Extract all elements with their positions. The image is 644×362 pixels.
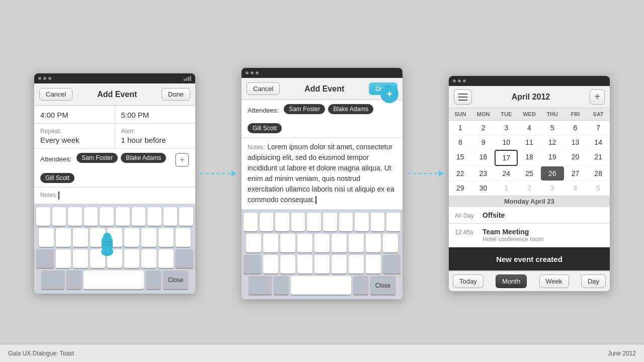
cal-cell-11[interactable]: 11 — [518, 135, 541, 149]
menu-button[interactable] — [454, 89, 472, 105]
event-offsite[interactable]: All Day Offsite — [449, 207, 610, 224]
key-w[interactable] — [52, 207, 66, 226]
cal-cell-27[interactable]: 27 — [564, 166, 587, 180]
key-2-u[interactable] — [339, 213, 353, 232]
key-j[interactable] — [141, 228, 156, 247]
key-h[interactable] — [124, 228, 139, 247]
day-button[interactable]: Day — [581, 275, 606, 288]
event-brainstorm[interactable]: 3:30p Brainstorm session Rout... New eve… — [449, 247, 610, 271]
key-2-shift[interactable] — [244, 255, 261, 274]
key-f[interactable] — [90, 228, 105, 247]
key-l[interactable] — [176, 228, 191, 247]
cal-cell-21[interactable]: 21 — [587, 150, 610, 166]
repeat-cell[interactable]: Repeat: Every week — [34, 124, 115, 148]
cal-cell-24[interactable]: 24 — [495, 166, 518, 180]
key-s[interactable] — [56, 228, 71, 247]
cal-cell-next-1[interactable]: 1 — [495, 181, 518, 195]
key-2-g[interactable] — [314, 234, 330, 253]
key-2-x[interactable] — [280, 255, 295, 274]
key-emoji[interactable] — [66, 270, 82, 290]
cancel-button-2[interactable]: Cancel — [247, 82, 280, 95]
cal-cell-next-5[interactable]: 5 — [587, 181, 610, 195]
cal-cell-13[interactable]: 13 — [564, 135, 587, 149]
attendee-tag-sam-2[interactable]: Sam Foster — [284, 104, 325, 114]
key-r[interactable] — [84, 207, 98, 226]
key-2-n[interactable] — [349, 255, 364, 274]
key-2-w[interactable] — [260, 213, 274, 232]
cal-cell-30[interactable]: 30 — [472, 181, 495, 195]
today-button[interactable]: Today — [453, 275, 484, 288]
key-u[interactable] — [132, 207, 146, 226]
cal-cell-22[interactable]: 22 — [449, 166, 472, 180]
cal-cell-28[interactable]: 28 — [587, 166, 610, 180]
key-2-k[interactable] — [366, 234, 381, 253]
key-2-c[interactable] — [297, 255, 312, 274]
key-2-d[interactable] — [280, 234, 295, 253]
cal-cell-5[interactable]: 5 — [541, 121, 564, 135]
cal-cell-16[interactable]: 16 — [472, 150, 495, 166]
close-keyboard-button-2[interactable]: Close — [370, 276, 395, 295]
cal-cell-10[interactable]: 10 — [495, 135, 518, 149]
key-2-z[interactable] — [263, 255, 278, 274]
key-return[interactable] — [146, 270, 161, 290]
key-2-j[interactable] — [349, 234, 364, 253]
key-z[interactable] — [56, 249, 71, 268]
cal-cell-3[interactable]: 3 — [495, 121, 518, 135]
key-delete[interactable] — [176, 249, 193, 268]
notes-row-2[interactable]: Notes: Lorem ipsum dolor sit amet, conse… — [242, 138, 403, 210]
cal-cell-7[interactable]: 7 — [587, 121, 610, 135]
close-keyboard-button-1[interactable]: Close — [163, 270, 188, 290]
key-p[interactable] — [179, 207, 193, 226]
key-2-o[interactable] — [371, 213, 385, 232]
key-space[interactable] — [84, 270, 144, 290]
end-time-cell[interactable]: 5:00 PM — [115, 106, 196, 123]
key-2-return[interactable] — [353, 276, 368, 295]
key-2-delete[interactable] — [383, 255, 400, 274]
key-y[interactable] — [116, 207, 130, 226]
key-b[interactable] — [124, 249, 139, 268]
key-2-b[interactable] — [332, 255, 347, 274]
add-attendee-button-1[interactable]: + — [175, 153, 189, 167]
cal-cell-8[interactable]: 8 — [449, 135, 472, 149]
key-2-t[interactable] — [307, 213, 321, 232]
cal-cell-6[interactable]: 6 — [564, 121, 587, 135]
key-i[interactable] — [147, 207, 162, 226]
key-2-f[interactable] — [297, 234, 312, 253]
key-2-p[interactable] — [386, 213, 400, 232]
key-2-l[interactable] — [383, 234, 398, 253]
key-q[interactable] — [36, 207, 50, 226]
key-2-e[interactable] — [275, 213, 289, 232]
key-n[interactable] — [141, 249, 156, 268]
key-123[interactable] — [41, 270, 64, 290]
cal-cell-next-4[interactable]: 4 — [564, 181, 587, 195]
cal-cell-1[interactable]: 1 — [449, 121, 472, 135]
done-bubble[interactable] — [380, 85, 398, 103]
cal-cell-4[interactable]: 4 — [518, 121, 541, 135]
done-button-1[interactable]: Done — [162, 88, 190, 101]
key-v[interactable] — [107, 249, 122, 268]
key-2-123[interactable] — [249, 276, 272, 295]
key-k[interactable] — [158, 228, 174, 247]
cal-cell-next-2[interactable]: 2 — [518, 181, 541, 195]
attendee-tag-sam-1[interactable]: Sam Foster — [76, 153, 118, 163]
month-button[interactable]: Month — [496, 275, 527, 288]
key-2-v[interactable] — [314, 255, 330, 274]
attendee-tag-blake-1[interactable]: Blake Adams — [121, 153, 166, 163]
key-2-m[interactable] — [366, 255, 381, 274]
key-2-i[interactable] — [355, 213, 369, 232]
cal-cell-12[interactable]: 12 — [541, 135, 564, 149]
key-g[interactable] — [107, 228, 122, 247]
key-2-y[interactable] — [323, 213, 337, 232]
cal-cell-23[interactable]: 23 — [472, 166, 495, 180]
cal-cell-26-selected[interactable]: 26 — [541, 166, 564, 180]
cal-cell-17-today[interactable]: 17 — [495, 150, 518, 166]
cal-cell-2[interactable]: 2 — [472, 121, 495, 135]
cal-cell-15[interactable]: 15 — [449, 150, 472, 166]
key-2-r[interactable] — [291, 213, 305, 232]
key-e[interactable] — [68, 207, 82, 226]
key-shift[interactable] — [36, 249, 54, 268]
attendee-tag-blake-2[interactable]: Blake Adams — [328, 104, 373, 114]
week-button[interactable]: Week — [539, 275, 569, 288]
key-2-h[interactable] — [332, 234, 347, 253]
key-m[interactable] — [158, 249, 174, 268]
